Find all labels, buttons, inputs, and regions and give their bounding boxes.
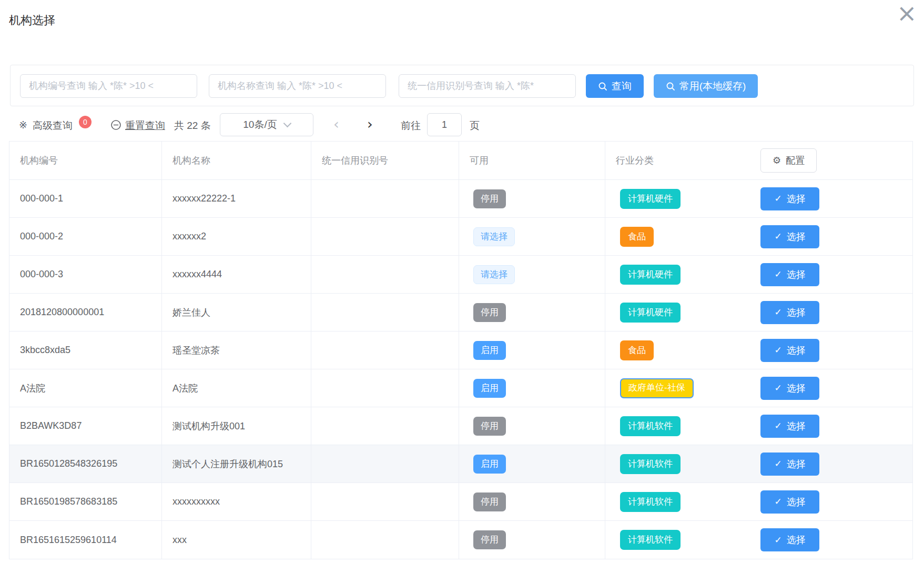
availability-tag[interactable]: 请选择: [473, 227, 515, 246]
industry-tag: 食品: [620, 227, 654, 247]
select-button[interactable]: ✓ 选择: [760, 339, 819, 362]
availability-tag[interactable]: 停用: [473, 417, 506, 436]
org-code-cell: 000-000-3: [9, 256, 162, 293]
check-icon: ✓: [774, 383, 781, 394]
credit-id-cell: [311, 521, 459, 559]
table-header-row: 机构编号 机构名称 统一信用识别号 可用 行业分类 ⚙ 配置: [9, 142, 912, 180]
select-button[interactable]: ✓ 选择: [760, 528, 819, 551]
industry-tag: 计算机软件: [620, 416, 681, 436]
industry-tag: 计算机软件: [620, 492, 681, 512]
table-toolbar: ※ 高级查询 0 重置查询 共 22 条 10条/页 ‹ › 前往 页: [0, 113, 924, 138]
table-row: 000-000-2 xxxxxx2 请选择 食品 ✓ 选择: [9, 218, 912, 256]
total-count-label: 共 22 条: [174, 119, 211, 133]
credit-id-cell: [311, 256, 459, 293]
org-name-cell: 瑶圣堂凉茶: [162, 331, 311, 369]
table-row: 000-000-1 xxxxxx22222-1 停用 计算机硬件 ✓ 选择: [9, 180, 912, 218]
org-code-cell: 3kbcc8xda5: [9, 331, 162, 369]
availability-tag[interactable]: 停用: [473, 189, 506, 208]
check-icon: ✓: [774, 193, 781, 204]
industry-tag: 计算机软件: [620, 530, 681, 550]
table-row: BR1651615259610114 xxx 停用 计算机软件 ✓ 选择: [9, 521, 912, 559]
credit-id-search-input[interactable]: [399, 74, 576, 98]
industry-tag: 计算机硬件: [620, 265, 681, 285]
org-code-cell: BR1650128548326195: [9, 445, 162, 482]
select-button[interactable]: ✓ 选择: [760, 225, 819, 248]
check-icon: ✓: [774, 496, 781, 507]
search-icon: [598, 82, 607, 91]
availability-tag[interactable]: 停用: [473, 303, 506, 322]
org-table: 机构编号 机构名称 统一信用识别号 可用 行业分类 ⚙ 配置 000-000-1…: [9, 141, 913, 559]
select-button[interactable]: ✓ 选择: [760, 377, 819, 400]
page-size-select[interactable]: 10条/页: [220, 113, 313, 136]
prev-page-button[interactable]: ‹: [333, 116, 339, 132]
search-panel: 查询 常用(本地缓存): [10, 65, 914, 106]
availability-tag[interactable]: 启用: [473, 379, 506, 398]
header-credit-id: 统一信用识别号: [311, 142, 459, 179]
org-code-cell: 2018120800000001: [9, 294, 162, 331]
org-code-cell: 000-000-2: [9, 218, 162, 255]
org-name-cell: 测试机构升级001: [162, 407, 311, 445]
gear-icon: ⚙: [773, 155, 781, 166]
select-button[interactable]: ✓ 选择: [760, 187, 819, 210]
credit-id-cell: [311, 407, 459, 445]
availability-tag[interactable]: 启用: [473, 341, 506, 360]
org-name-cell: A法院: [162, 369, 311, 407]
header-industry: 行业分类: [605, 142, 753, 179]
org-code-cell: BR1651615259610114: [9, 521, 162, 559]
table-body: 000-000-1 xxxxxx22222-1 停用 计算机硬件 ✓ 选择 00…: [9, 180, 912, 559]
close-icon[interactable]: ×: [897, 1, 917, 25]
credit-id-cell: [311, 218, 459, 255]
reset-query-button[interactable]: 重置查询: [125, 119, 165, 133]
select-button[interactable]: ✓ 选择: [760, 301, 819, 324]
search-icon: [666, 82, 675, 91]
availability-tag[interactable]: 停用: [473, 492, 506, 511]
goto-page-label: 前往: [401, 119, 421, 133]
table-row: B2BAWK3D87 测试机构升级001 停用 计算机软件 ✓ 选择: [9, 407, 912, 445]
industry-tag: 政府单位-社保: [620, 378, 694, 398]
check-icon: ✓: [774, 231, 781, 242]
table-row: BR1650128548326195 测试个人注册升级机构015 启用 计算机软…: [9, 445, 912, 483]
industry-tag: 食品: [620, 340, 654, 360]
org-name-search-input[interactable]: [209, 74, 386, 98]
select-button[interactable]: ✓ 选择: [760, 490, 819, 514]
org-code-cell: BR1650198578683185: [9, 483, 162, 520]
check-icon: ✓: [774, 535, 781, 546]
org-name-cell: 娇兰佳人: [162, 294, 311, 331]
industry-tag: 计算机硬件: [620, 189, 681, 209]
org-name-cell: xxxxxx4444: [162, 256, 311, 293]
query-button[interactable]: 查询: [586, 74, 644, 98]
org-code-cell: A法院: [9, 369, 162, 407]
org-name-cell: xxx: [162, 521, 311, 559]
goto-page-input[interactable]: [427, 113, 462, 136]
config-button[interactable]: ⚙ 配置: [760, 148, 817, 173]
industry-tag: 计算机硬件: [620, 303, 681, 323]
header-org-code: 机构编号: [9, 142, 162, 179]
check-icon: ✓: [774, 307, 781, 318]
credit-id-cell: [311, 369, 459, 407]
advanced-query-button[interactable]: 高级查询: [33, 119, 73, 133]
check-icon: ✓: [774, 420, 781, 431]
table-row: A法院 A法院 启用 政府单位-社保 ✓ 选择: [9, 369, 912, 407]
credit-id-cell: [311, 483, 459, 520]
select-button[interactable]: ✓ 选择: [760, 263, 819, 286]
chevron-down-icon: [283, 119, 291, 127]
page-title: 机构选择: [9, 13, 55, 28]
common-cache-button[interactable]: 常用(本地缓存): [654, 74, 758, 98]
check-icon: ✓: [774, 458, 781, 469]
advanced-query-badge: 0: [79, 116, 92, 128]
credit-id-cell: [311, 331, 459, 369]
check-icon: ✓: [774, 269, 781, 280]
availability-tag[interactable]: 请选择: [473, 265, 515, 284]
next-page-button[interactable]: ›: [367, 116, 373, 132]
org-name-cell: xxxxxx2: [162, 218, 311, 255]
availability-tag[interactable]: 启用: [473, 455, 506, 474]
availability-tag[interactable]: 停用: [473, 530, 506, 549]
goto-page-suffix: 页: [470, 119, 480, 133]
check-icon: ✓: [774, 345, 781, 356]
org-name-cell: 测试个人注册升级机构015: [162, 445, 311, 482]
credit-id-cell: [311, 294, 459, 331]
org-code-search-input[interactable]: [20, 74, 197, 98]
select-button[interactable]: ✓ 选择: [760, 415, 819, 438]
header-availability: 可用: [459, 142, 605, 179]
select-button[interactable]: ✓ 选择: [760, 453, 819, 476]
